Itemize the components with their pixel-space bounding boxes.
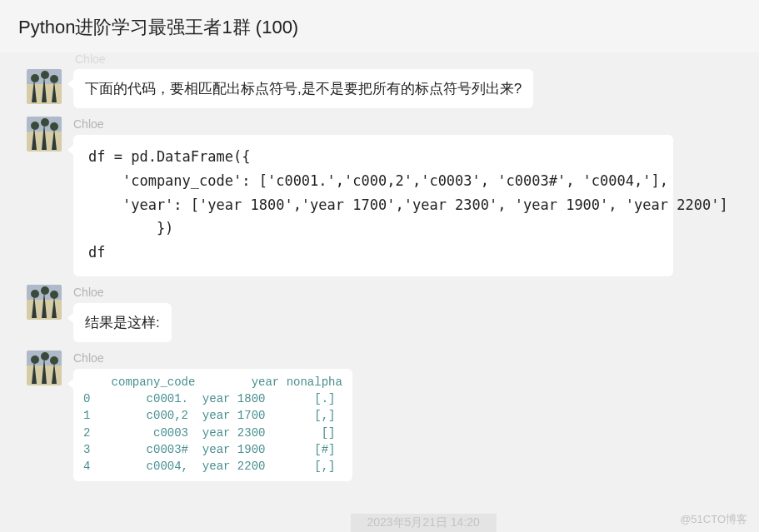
message-bubble[interactable]: 结果是这样: <box>73 303 172 342</box>
table-row: company_code year nonalpha <box>83 374 342 390</box>
message-bubble[interactable]: 下面的代码，要相匹配出标点符号,是不是要把所有的标点符号列出来? <box>73 69 533 108</box>
message-row: Chloe company_code year nonalpha0 c0001.… <box>0 346 759 485</box>
timestamp-hint: 2023年5月21日 14:20 <box>350 514 496 532</box>
message-content: Chloe df = pd.DataFrame({ 'company_code'… <box>73 117 673 276</box>
message-content: Chloe company_code year nonalpha0 c0001.… <box>73 351 352 481</box>
code-text: df = pd.DataFrame({ 'company_code': ['c0… <box>88 148 728 261</box>
sender-name: Chloe <box>73 351 352 367</box>
svg-point-17 <box>31 355 39 364</box>
sender-name: Chloe <box>73 117 673 133</box>
svg-point-12 <box>31 290 39 298</box>
table-row: 2 c0003 year 2300 [] <box>83 425 342 441</box>
avatar-image <box>27 351 62 385</box>
message-row: 下面的代码，要相匹配出标点符号,是不是要把所有的标点符号列出来? <box>0 64 759 112</box>
avatar[interactable] <box>27 117 62 152</box>
avatar-image <box>27 285 62 320</box>
avatar-image <box>27 69 62 104</box>
svg-point-18 <box>41 352 49 360</box>
message-bubble-table[interactable]: company_code year nonalpha0 c0001. year … <box>73 369 352 482</box>
svg-point-13 <box>41 286 49 295</box>
watermark-text: @51CTO博客 <box>680 512 747 527</box>
table-row: 0 c0001. year 1800 [.] <box>83 390 342 407</box>
table-row: 3 c0003# year 1900 [#] <box>83 441 342 458</box>
svg-point-14 <box>50 291 58 299</box>
avatar[interactable] <box>27 351 62 385</box>
message-text: 下面的代码，要相匹配出标点符号,是不是要把所有的标点符号列出来? <box>85 81 522 97</box>
message-text: 结果是这样: <box>85 315 160 331</box>
svg-point-8 <box>41 118 49 127</box>
message-row: Chloe df = pd.DataFrame({ 'company_code'… <box>0 112 759 280</box>
message-bubble-code[interactable]: df = pd.DataFrame({ 'company_code': ['c0… <box>73 135 673 276</box>
chat-header: Python进阶学习最强王者1群 (100) <box>0 0 759 56</box>
svg-point-3 <box>41 71 49 79</box>
message-row: Chloe 结果是这样: <box>0 280 759 346</box>
chat-area[interactable]: Chloe 下面的代码，要相匹配出标点符号,是不是要把所有的标点符号列出来? <box>0 52 759 493</box>
svg-point-4 <box>50 75 58 83</box>
avatar-image <box>27 117 62 152</box>
table-row: 4 c0004, year 2200 [,] <box>83 458 342 475</box>
sender-name: Chloe <box>73 285 172 301</box>
svg-point-7 <box>31 122 39 130</box>
message-content: 下面的代码，要相匹配出标点符号,是不是要把所有的标点符号列出来? <box>73 69 533 108</box>
svg-point-19 <box>50 356 58 365</box>
message-content: Chloe 结果是这样: <box>73 285 172 342</box>
avatar[interactable] <box>27 285 62 320</box>
table-row: 1 c000,2 year 1700 [,] <box>83 407 342 424</box>
svg-point-2 <box>31 74 39 82</box>
svg-point-9 <box>50 122 58 131</box>
avatar[interactable] <box>27 69 62 104</box>
chat-title: Python进阶学习最强王者1群 (100) <box>18 15 741 40</box>
